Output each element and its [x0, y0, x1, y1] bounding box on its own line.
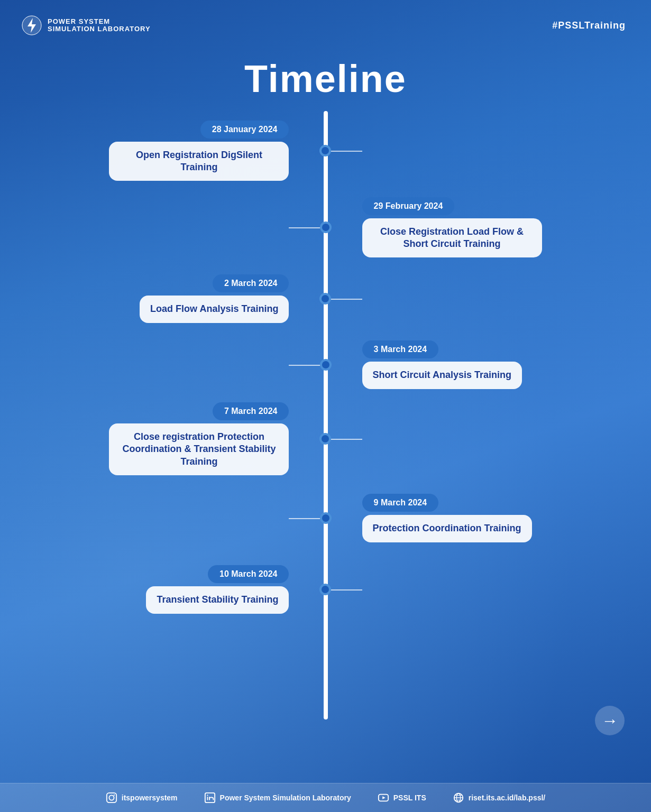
svg-point-4 [114, 795, 115, 796]
event-card-wrapper-2: 29 February 2024 Close Registration Load… [362, 197, 630, 258]
date-badge-7: 10 March 2024 [208, 565, 289, 583]
date-5: 7 March 2024 [224, 407, 278, 416]
youtube-label: PSSL ITS [393, 793, 426, 802]
dot-7 [319, 584, 331, 595]
event-card-6: Protection Coordination Training [362, 515, 532, 542]
logo-line1: POWER SYSTEM [48, 18, 151, 25]
logo-text: POWER SYSTEM SIMULATION LABORATORY [48, 18, 151, 33]
event-card-2: Close Registration Load Flow & Short Cir… [362, 218, 542, 258]
event-title-2: Close Registration Load Flow & Short Cir… [373, 226, 531, 251]
event-title-3: Load Flow Analysis Training [150, 303, 278, 315]
date-badge-4: 3 March 2024 [362, 340, 439, 358]
event-title-7: Transient Stability Training [157, 594, 278, 606]
date-4: 3 March 2024 [374, 345, 427, 354]
date-badge-6: 9 March 2024 [362, 494, 439, 512]
dot-1 [319, 145, 331, 156]
event-card-wrapper-4: 3 March 2024 Short Circuit Analysis Trai… [362, 340, 630, 389]
dot-5 [319, 433, 331, 445]
event-card-wrapper-5: 7 March 2024 Close registration Protecti… [21, 402, 289, 475]
date-badge-5: 7 March 2024 [213, 402, 289, 420]
instagram-label: itspowersystem [122, 793, 178, 802]
event-card-7: Transient Stability Training [146, 586, 289, 613]
event-title-4: Short Circuit Analysis Training [373, 369, 511, 381]
event-card-wrapper-3: 2 March 2024 Load Flow Analysis Training [21, 274, 289, 322]
event-card-3: Load Flow Analysis Training [140, 296, 289, 322]
dot-4 [320, 359, 332, 371]
event-title-6: Protection Coordination Training [373, 522, 521, 534]
event-card-1: Open Registration DigSilent Training [109, 142, 289, 181]
logo-icon [21, 15, 42, 36]
footer-instagram: itspowersystem [106, 792, 178, 804]
web-label: riset.its.ac.id/lab.pssl/ [469, 793, 546, 802]
linkedin-label: Power System Simulation Laboratory [220, 793, 351, 802]
event-card-5: Close registration Protection Coordinati… [109, 423, 289, 475]
svg-point-3 [109, 795, 114, 800]
linkedin-icon [204, 792, 216, 804]
event-card-4: Short Circuit Analysis Training [362, 362, 522, 389]
title-section: Timeline [0, 41, 651, 111]
hashtag: #PSSLTraining [552, 20, 626, 31]
timeline-wrapper: 28 January 2024 Open Registration DigSil… [0, 111, 651, 783]
dot-6 [320, 512, 332, 524]
logo-area: POWER SYSTEM SIMULATION LABORATORY [21, 15, 151, 36]
arrow-icon: → [601, 711, 618, 731]
svg-rect-2 [107, 793, 116, 802]
svg-marker-9 [382, 796, 386, 799]
date-7: 10 March 2024 [219, 569, 277, 578]
date-badge-1: 28 January 2024 [200, 121, 289, 139]
footer-linkedin: Power System Simulation Laboratory [204, 792, 351, 804]
youtube-icon [378, 792, 389, 804]
instagram-icon [106, 792, 117, 804]
date-badge-3: 2 March 2024 [213, 274, 289, 292]
dot-2 [320, 222, 332, 233]
date-6: 9 March 2024 [374, 498, 427, 507]
date-2: 29 February 2024 [374, 201, 443, 210]
header: POWER SYSTEM SIMULATION LABORATORY #PSSL… [0, 0, 651, 41]
event-card-wrapper-1: 28 January 2024 Open Registration DigSil… [21, 121, 289, 181]
footer-web: riset.its.ac.id/lab.pssl/ [453, 792, 546, 804]
event-card-wrapper-7: 10 March 2024 Transient Stability Traini… [21, 565, 289, 613]
timeline-line [324, 111, 328, 719]
web-icon [453, 792, 464, 804]
event-title-5: Close registration Protection Coordinati… [120, 431, 278, 468]
footer-youtube: PSSL ITS [378, 792, 426, 804]
logo-line2: SIMULATION LABORATORY [48, 25, 151, 33]
date-1: 28 January 2024 [212, 125, 278, 134]
event-title-1: Open Registration DigSilent Training [120, 149, 278, 174]
main-content: POWER SYSTEM SIMULATION LABORATORY #PSSL… [0, 0, 651, 812]
page-title: Timeline [0, 57, 651, 100]
date-badge-2: 29 February 2024 [362, 197, 455, 215]
arrow-button[interactable]: → [595, 706, 625, 735]
dot-3 [319, 293, 331, 304]
svg-point-7 [207, 795, 208, 796]
date-3: 2 March 2024 [224, 279, 278, 288]
footer: itspowersystem Power System Simulation L… [0, 783, 651, 812]
event-card-wrapper-6: 9 March 2024 Protection Coordination Tra… [362, 494, 630, 542]
